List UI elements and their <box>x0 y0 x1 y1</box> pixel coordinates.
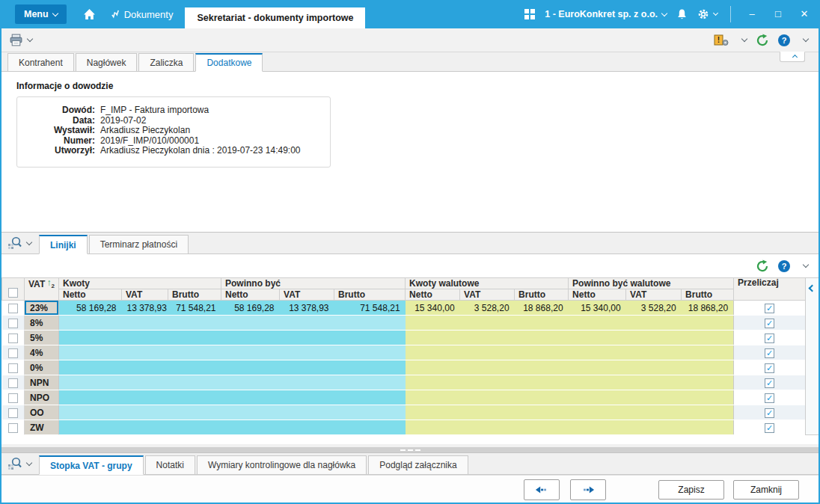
chevron-down-icon[interactable] <box>27 36 33 42</box>
chevron-down-icon[interactable] <box>26 239 32 245</box>
next-record-button[interactable] <box>570 479 606 500</box>
amount-cell[interactable] <box>682 331 734 345</box>
row-select-checkbox[interactable] <box>2 331 25 345</box>
amount-cell[interactable] <box>515 375 569 390</box>
active-document-tab[interactable]: Sekretariat - dokumenty importowe <box>185 7 365 28</box>
amount-cell[interactable] <box>406 390 460 405</box>
amount-cell[interactable]: 18 868,20 <box>515 301 569 316</box>
amount-cell[interactable] <box>122 316 168 331</box>
select-all-checkbox[interactable] <box>2 278 25 301</box>
amount-cell[interactable] <box>280 375 334 390</box>
amount-cell[interactable] <box>280 405 334 420</box>
amount-cell[interactable] <box>122 331 168 345</box>
amount-cell[interactable] <box>682 405 734 420</box>
column-header-vat[interactable]: VAT ↑2 <box>25 278 59 301</box>
table-row[interactable]: 8%✓ <box>2 316 806 331</box>
tab-terminarz-platnosci[interactable]: Terminarz płatności <box>89 235 189 254</box>
przeliczaj-checkbox[interactable]: ✓ <box>734 345 806 360</box>
table-row[interactable]: 23%58 169,2813 378,9371 548,2158 169,281… <box>2 301 806 316</box>
amount-cell[interactable] <box>569 390 626 405</box>
amount-cell[interactable]: 58 169,28 <box>221 301 280 316</box>
tab-linijki[interactable]: Linijki <box>39 235 88 254</box>
refresh-icon[interactable] <box>756 34 769 47</box>
column-header-netto[interactable]: Netto <box>406 289 460 301</box>
amount-cell[interactable] <box>334 390 406 405</box>
amount-cell[interactable] <box>122 405 168 420</box>
column-header-netto[interactable]: Netto <box>59 289 122 301</box>
amount-cell[interactable] <box>569 420 626 435</box>
amount-cell[interactable] <box>221 360 280 375</box>
previous-record-button[interactable] <box>524 479 560 500</box>
przeliczaj-checkbox[interactable]: ✓ <box>734 360 806 375</box>
amount-cell[interactable] <box>168 331 221 345</box>
vat-rate-cell[interactable]: NPN <box>25 375 59 390</box>
amount-cell[interactable] <box>626 360 682 375</box>
amount-cell[interactable] <box>460 331 515 345</box>
refresh-icon[interactable] <box>756 259 769 273</box>
amount-cell[interactable] <box>280 331 334 345</box>
amount-cell[interactable] <box>334 331 406 345</box>
amount-cell[interactable] <box>221 405 280 420</box>
amount-cell[interactable] <box>682 375 734 390</box>
amount-cell[interactable]: 3 528,20 <box>460 301 515 316</box>
amount-cell[interactable] <box>626 375 682 390</box>
company-selector[interactable]: 1 - EuroKonkret sp. z o.o. <box>545 9 667 19</box>
column-header-netto[interactable]: Netto <box>569 289 626 301</box>
amount-cell[interactable] <box>122 375 168 390</box>
documents-nav-tab[interactable]: Dokumenty <box>111 9 174 20</box>
vat-rate-cell[interactable]: OO <box>25 405 59 420</box>
column-header-brutto[interactable]: Brutto <box>168 289 221 301</box>
amount-cell[interactable] <box>460 420 515 435</box>
amount-cell[interactable] <box>280 316 334 331</box>
przeliczaj-checkbox[interactable]: ✓ <box>734 405 806 420</box>
przeliczaj-checkbox[interactable]: ✓ <box>734 420 806 435</box>
amount-cell[interactable] <box>280 420 334 435</box>
amount-cell[interactable]: 18 868,20 <box>682 301 734 316</box>
vat-rate-cell[interactable]: 5% <box>25 331 59 345</box>
amount-cell[interactable]: 71 548,21 <box>334 301 406 316</box>
amount-cell[interactable] <box>626 390 682 405</box>
table-row[interactable]: ZW✓ <box>2 420 806 435</box>
amount-cell[interactable] <box>59 360 122 375</box>
amount-cell[interactable]: 15 340,00 <box>406 301 460 316</box>
amount-cell[interactable] <box>515 331 569 345</box>
amount-cell[interactable] <box>569 375 626 390</box>
amount-cell[interactable] <box>280 360 334 375</box>
tab-zaliczka[interactable]: Zaliczka <box>138 53 194 72</box>
vat-rate-cell[interactable]: 4% <box>25 345 59 360</box>
column-header-vat[interactable]: VAT <box>626 289 682 301</box>
list-organizer-icon[interactable] <box>7 236 22 250</box>
row-select-checkbox[interactable] <box>2 345 25 360</box>
notifications-bell-icon[interactable] <box>676 8 688 21</box>
przeliczaj-checkbox[interactable]: ✓ <box>734 301 806 316</box>
amount-cell[interactable] <box>221 316 280 331</box>
home-button[interactable] <box>83 8 96 20</box>
amount-cell[interactable] <box>334 375 406 390</box>
column-header-przeliczaj[interactable]: Przeliczaj <box>734 278 806 301</box>
amount-cell[interactable] <box>406 331 460 345</box>
amount-cell[interactable] <box>682 345 734 360</box>
tab-stopka-vat-grupy[interactable]: Stopka VAT - grupy <box>39 455 144 475</box>
amount-cell[interactable] <box>515 390 569 405</box>
app-launcher-icon[interactable] <box>524 9 535 19</box>
amount-cell[interactable] <box>460 375 515 390</box>
amount-cell[interactable] <box>168 360 221 375</box>
chevron-down-icon[interactable] <box>803 36 809 42</box>
column-group-kwoty[interactable]: Kwoty <box>59 278 221 289</box>
amount-cell[interactable] <box>221 390 280 405</box>
amount-cell[interactable] <box>460 360 515 375</box>
minimize-button[interactable]: – <box>744 6 760 22</box>
amount-cell[interactable] <box>59 420 122 435</box>
row-select-checkbox[interactable] <box>2 405 25 420</box>
amount-cell[interactable] <box>59 405 122 420</box>
chevron-down-icon[interactable] <box>26 459 32 465</box>
amount-cell[interactable] <box>334 345 406 360</box>
amount-cell[interactable] <box>626 331 682 345</box>
amount-cell[interactable] <box>626 345 682 360</box>
amount-cell[interactable] <box>221 345 280 360</box>
view-settings-icon[interactable]: ! <box>714 34 729 46</box>
column-group-kwoty-walutowe[interactable]: Kwoty walutowe <box>406 278 569 289</box>
amount-cell[interactable] <box>280 390 334 405</box>
amount-cell[interactable] <box>515 316 569 331</box>
amount-cell[interactable]: 13 378,93 <box>280 301 334 316</box>
